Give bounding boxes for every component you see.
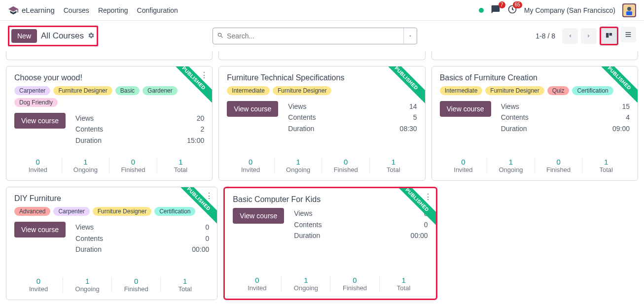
card-menu-button[interactable]: ⋮ — [200, 71, 208, 79]
tag: Quiz — [547, 86, 570, 95]
stat-label: Contents — [501, 112, 529, 123]
tag-list: AdvancedCarpenterFurniture DesignerCerti… — [14, 207, 209, 216]
footer-stat[interactable]: 1Ongoing — [487, 158, 535, 173]
card-menu-button[interactable]: ⋮ — [205, 192, 213, 200]
stat-label: Contents — [75, 233, 103, 244]
stat-label: Views — [288, 101, 306, 112]
tag: Gardener — [143, 86, 178, 95]
prev-page-button[interactable] — [562, 28, 578, 44]
footer-num: 0 — [233, 276, 281, 284]
footer-stat[interactable]: 0Invited — [14, 277, 63, 293]
stat-label: Duration — [288, 123, 314, 134]
footer-stat[interactable]: 0Finished — [330, 276, 379, 292]
footer-stat[interactable]: 1Total — [161, 277, 209, 293]
course-card[interactable]: PUBLISHED⋮DIY FurnitureAdvancedCarpenter… — [6, 187, 217, 300]
footer-stat[interactable]: 1Ongoing — [63, 277, 112, 293]
footer-stat[interactable]: 0Invited — [233, 276, 282, 292]
stat-label: Views — [294, 208, 312, 219]
nav-courses[interactable]: Courses — [64, 6, 89, 14]
footer-stat[interactable]: 1Ongoing — [275, 158, 322, 173]
messages-button[interactable]: 7 — [491, 4, 501, 16]
app-logo[interactable]: eLearning — [8, 5, 55, 16]
kanban-view-button[interactable] — [600, 27, 618, 45]
course-title: Basic Computer For Kids — [233, 195, 428, 204]
view-course-button[interactable]: View course — [227, 101, 278, 117]
search-box[interactable] — [213, 28, 417, 44]
footer-num: 0 — [109, 158, 157, 166]
stat-value: 15 — [622, 101, 630, 112]
svg-rect-3 — [626, 11, 632, 15]
app-name: eLearning — [22, 6, 55, 14]
stat-value: 00:00 — [192, 244, 209, 255]
tag: Carpenter — [14, 86, 50, 95]
footer-num: 0 — [330, 276, 379, 284]
footer-stat[interactable]: 1Ongoing — [282, 276, 330, 292]
kanban-icon — [605, 32, 613, 40]
gear-icon[interactable] — [88, 32, 95, 40]
footer-stat[interactable]: 1Total — [582, 158, 630, 173]
stat-value: 15:00 — [187, 135, 204, 146]
course-title: Basics of Furniture Creation — [440, 73, 630, 82]
footer-label: Ongoing — [63, 285, 111, 293]
course-card[interactable]: PUBLISHED⋮Choose your wood!CarpenterFurn… — [6, 66, 213, 181]
activities-button[interactable]: 65 — [507, 4, 517, 16]
course-card[interactable]: PUBLISHEDFurniture Technical Specificati… — [218, 66, 425, 181]
tag: Dog Friendly — [14, 98, 58, 107]
card-menu-button[interactable]: ⋮ — [424, 193, 432, 201]
view-course-button[interactable]: View course — [14, 222, 66, 237]
footer-label: Invited — [440, 166, 487, 173]
activities-badge: 65 — [513, 1, 522, 8]
tag: Intermediate — [440, 86, 483, 95]
stat-value: 09:00 — [612, 123, 630, 134]
status-indicator — [479, 8, 484, 13]
pager[interactable]: 1-8 / 8 — [532, 32, 559, 40]
footer-stat[interactable]: 0Invited — [440, 158, 488, 173]
tag-list: IntermediateFurniture Designer — [227, 86, 417, 95]
tag-list: CarpenterFurniture DesignerBasicGardener… — [14, 86, 204, 107]
view-course-button[interactable]: View course — [233, 208, 284, 224]
stat-value: 14 — [409, 101, 417, 112]
view-course-button[interactable]: View course — [14, 113, 66, 129]
view-course-button[interactable]: View course — [440, 101, 491, 117]
search-dropdown[interactable] — [403, 28, 413, 44]
new-button[interactable]: New — [11, 29, 37, 43]
footer-stat[interactable]: 1Total — [380, 276, 428, 292]
footer-stat[interactable]: 1Ongoing — [62, 158, 110, 173]
footer-label: Ongoing — [282, 284, 330, 292]
stat-label: Contents — [288, 112, 316, 123]
course-card[interactable]: PUBLISHEDBasics of Furniture CreationInt… — [431, 66, 638, 181]
footer-stat[interactable]: 0Invited — [227, 158, 275, 173]
company-selector[interactable]: My Company (San Francisco) — [524, 6, 615, 14]
next-page-button[interactable] — [581, 28, 597, 44]
stat-label: Contents — [294, 219, 322, 230]
search-icon — [217, 32, 224, 40]
course-title: Furniture Technical Specifications — [227, 73, 417, 82]
footer-stat[interactable]: 0Finished — [535, 158, 583, 173]
footer-label: Total — [380, 284, 428, 292]
stat-value: 00:00 — [411, 230, 428, 241]
stat-label: Contents — [75, 124, 103, 135]
footer-stat[interactable]: 0Finished — [322, 158, 370, 173]
chevron-left-icon — [567, 33, 573, 39]
tag: Furniture Designer — [93, 207, 151, 216]
nav-configuration[interactable]: Configuration — [137, 6, 178, 14]
footer-stat[interactable]: 1Total — [157, 158, 205, 173]
footer-stat[interactable]: 0Invited — [14, 158, 62, 173]
course-card[interactable]: PUBLISHED⋮Basic Computer For KidsView co… — [223, 187, 437, 300]
stat-label: Duration — [294, 230, 320, 241]
footer-stat[interactable]: 1Total — [370, 158, 417, 173]
tag: Basic — [115, 86, 140, 95]
svg-rect-5 — [609, 33, 612, 35]
user-avatar[interactable] — [622, 3, 636, 17]
search-input[interactable] — [227, 32, 399, 40]
stat-value: 0 — [206, 233, 210, 244]
footer-num: 1 — [282, 276, 330, 284]
list-view-button[interactable] — [620, 27, 636, 42]
footer-label: Ongoing — [62, 166, 109, 173]
nav-reporting[interactable]: Reporting — [98, 6, 128, 14]
footer-stat[interactable]: 0Finished — [112, 277, 161, 293]
footer-stat[interactable]: 0Finished — [109, 158, 157, 173]
chevron-down-icon — [408, 34, 413, 38]
footer-num: 0 — [14, 158, 62, 166]
footer-label: Finished — [535, 166, 582, 173]
